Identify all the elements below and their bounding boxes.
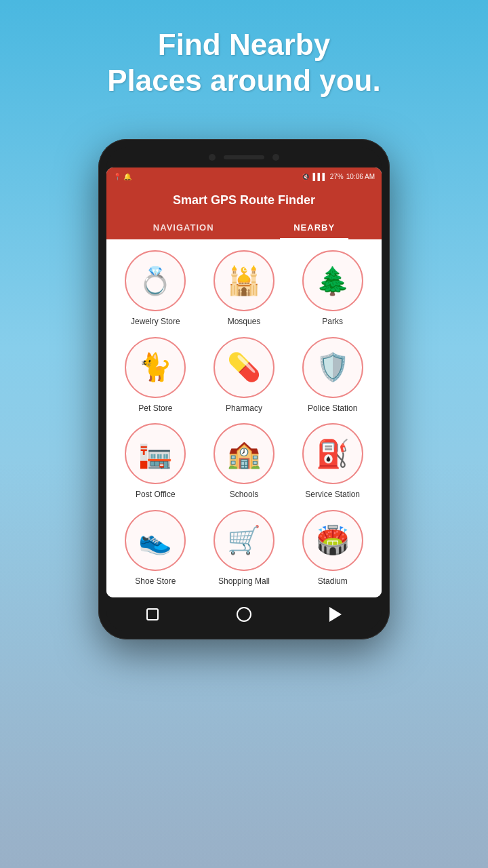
- place-label: Pharmacy: [226, 403, 262, 414]
- hero-line1: Find Nearby: [0, 27, 488, 63]
- app-header: Smart GPS Route Finder NAVIGATION NEARBY: [106, 185, 382, 239]
- triangle-icon: [329, 607, 342, 622]
- circle-icon: [237, 607, 251, 622]
- phone-mockup: 📍 🔔 🔇 ▌▌▌ 27% 10:06 AM Smart GPS Route F…: [98, 139, 390, 639]
- place-label: Post Office: [136, 490, 175, 500]
- jewelry-store-icon: 💍: [125, 250, 186, 311]
- place-label: Jewelry Store: [131, 317, 180, 328]
- shoe-store-icon: 👟: [125, 510, 186, 571]
- post-office-icon: 🏣: [125, 423, 186, 484]
- signal-indicator: ▌▌▌: [312, 173, 327, 180]
- status-bar: 📍 🔔 🔇 ▌▌▌ 27% 10:06 AM: [106, 167, 382, 185]
- content-area: 💍Jewelry Store🕌Mosques🌲Parks🐈Pet Store💊P…: [106, 239, 382, 597]
- place-item-mosques[interactable]: 🕌Mosques: [203, 250, 285, 328]
- place-item-police-station[interactable]: 🛡️Police Station: [291, 337, 373, 414]
- place-item-shoe-store[interactable]: 👟Shoe Store: [115, 510, 197, 587]
- place-item-schools[interactable]: 🏫Schools: [203, 423, 285, 500]
- app-tabs[interactable]: NAVIGATION NEARBY: [113, 217, 375, 239]
- place-item-shopping-mall[interactable]: 🛒Shopping Mall: [203, 510, 285, 587]
- service-station-icon: ⛽: [302, 423, 363, 484]
- parks-icon: 🌲: [302, 250, 363, 311]
- place-label: Parks: [322, 317, 343, 328]
- police-station-icon: 🛡️: [302, 337, 363, 398]
- time-display: 10:06 AM: [346, 173, 375, 180]
- place-item-stadium[interactable]: 🏟️Stadium: [291, 510, 373, 587]
- front-camera2-icon: [272, 154, 279, 161]
- place-item-jewelry-store[interactable]: 💍Jewelry Store: [115, 250, 197, 328]
- place-label: Police Station: [308, 403, 357, 414]
- square-icon: [146, 608, 159, 620]
- place-label: Mosques: [228, 317, 261, 328]
- status-right: 🔇 ▌▌▌ 27% 10:06 AM: [302, 173, 375, 180]
- pet-store-icon: 🐈: [125, 337, 186, 398]
- front-camera-icon: [209, 154, 216, 161]
- battery-indicator: 27%: [330, 173, 344, 180]
- recent-button[interactable]: [326, 605, 345, 624]
- app-title: Smart GPS Route Finder: [113, 193, 375, 208]
- phone-outer: 📍 🔔 🔇 ▌▌▌ 27% 10:06 AM Smart GPS Route F…: [98, 139, 390, 639]
- pharmacy-icon: 💊: [214, 337, 274, 398]
- status-icons: 📍 🔔: [113, 173, 131, 180]
- stadium-icon: 🏟️: [302, 510, 363, 571]
- place-label: Schools: [230, 490, 259, 500]
- hero-title: Find Nearby Places around you.: [0, 27, 488, 99]
- mosques-icon: 🕌: [214, 250, 274, 311]
- location-icon: 📍: [113, 173, 121, 180]
- back-button[interactable]: [143, 605, 162, 624]
- phone-screen: 📍 🔔 🔇 ▌▌▌ 27% 10:06 AM Smart GPS Route F…: [106, 167, 382, 597]
- place-item-pharmacy[interactable]: 💊Pharmacy: [203, 337, 285, 414]
- places-grid: 💍Jewelry Store🕌Mosques🌲Parks🐈Pet Store💊P…: [115, 250, 373, 587]
- place-label: Shopping Mall: [218, 576, 270, 587]
- place-label: Pet Store: [138, 403, 172, 414]
- notification-icon: 🔔: [123, 173, 131, 180]
- phone-notch: [106, 147, 382, 167]
- shopping-mall-icon: 🛒: [214, 510, 274, 571]
- place-label: Stadium: [318, 576, 348, 587]
- mute-icon: 🔇: [302, 173, 310, 180]
- tab-nearby[interactable]: NEARBY: [280, 217, 348, 239]
- place-item-pet-store[interactable]: 🐈Pet Store: [115, 337, 197, 414]
- place-label: Service Station: [305, 490, 360, 500]
- place-label: Shoe Store: [135, 576, 176, 587]
- hero-line2: Places around you.: [0, 63, 488, 99]
- place-item-service-station[interactable]: ⛽Service Station: [291, 423, 373, 500]
- place-item-post-office[interactable]: 🏣Post Office: [115, 423, 197, 500]
- schools-icon: 🏫: [214, 423, 274, 484]
- home-button[interactable]: [235, 605, 253, 624]
- place-item-parks[interactable]: 🌲Parks: [291, 250, 373, 328]
- phone-nav-bar: [106, 597, 382, 631]
- tab-navigation[interactable]: NAVIGATION: [140, 217, 228, 239]
- speaker-icon: [224, 155, 264, 159]
